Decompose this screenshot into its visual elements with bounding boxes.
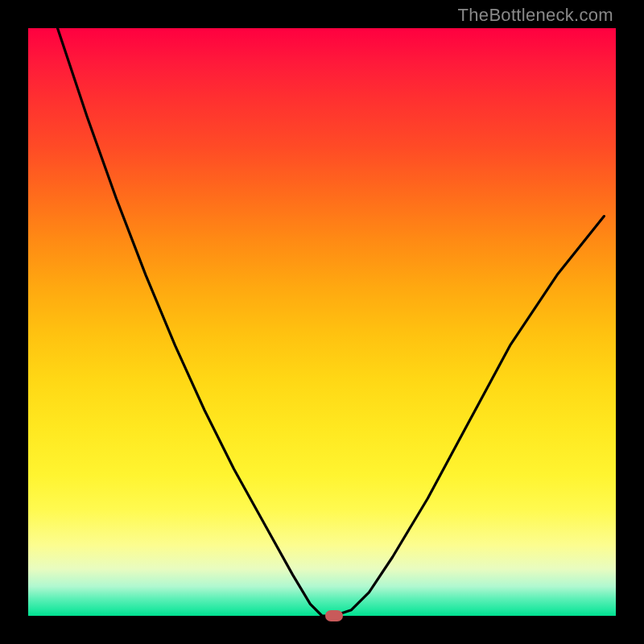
- watermark-text: TheBottleneck.com: [458, 5, 613, 26]
- chart-frame: TheBottleneck.com: [0, 0, 644, 644]
- plot-area: [28, 28, 616, 616]
- optimal-point-marker: [325, 610, 343, 621]
